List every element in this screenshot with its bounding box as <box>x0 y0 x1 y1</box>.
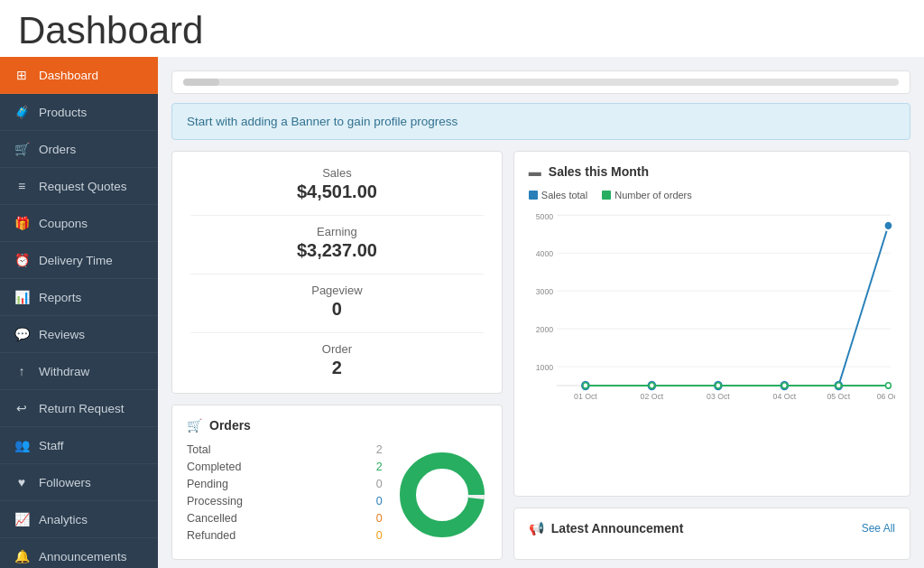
sidebar-item-staff[interactable]: 👥 Staff <box>0 427 158 464</box>
announcement-icon: 📢 <box>529 521 544 535</box>
svg-text:02 Oct: 02 Oct <box>640 391 663 400</box>
orders-row-label: Total <box>187 443 210 456</box>
sidebar-label-coupons: Coupons <box>39 217 88 230</box>
progress-bar-container <box>171 70 910 94</box>
sidebar-icon-products: 🧳 <box>14 104 30 120</box>
sidebar-item-products[interactable]: 🧳 Products <box>0 94 158 131</box>
sidebar-label-withdraw: Withdraw <box>39 365 89 378</box>
orders-row-label: Processing <box>187 495 243 507</box>
page-title: Dashboard <box>0 0 924 57</box>
orders-row-value: 2 <box>376 443 383 456</box>
pageview-value: 0 <box>190 299 484 320</box>
sidebar: ⊞ Dashboard 🧳 Products 🛒 Orders ≡ Reques… <box>0 57 158 568</box>
sidebar-label-reports: Reports <box>39 291 81 304</box>
orders-row-cancelled: Cancelled 0 <box>187 512 383 525</box>
orders-row-label: Refunded <box>187 529 236 542</box>
sidebar-label-products: Products <box>39 106 87 119</box>
announcement-title: Latest Announcement <box>551 521 684 535</box>
sidebar-label-reviews: Reviews <box>39 328 85 341</box>
sidebar-item-dashboard[interactable]: ⊞ Dashboard <box>0 57 158 94</box>
orders-content: Total 2 Completed 2 Pending 0 Processing… <box>187 443 487 546</box>
orders-row-processing: Processing 0 <box>187 495 383 507</box>
sidebar-item-return-request[interactable]: ↩ Return Request <box>0 390 158 427</box>
sidebar-icon-reports: 📊 <box>14 289 30 305</box>
earning-label: Earning <box>190 225 484 238</box>
sales-label: Sales <box>190 166 484 180</box>
orders-row-refunded: Refunded 0 <box>187 529 383 542</box>
svg-text:1000: 1000 <box>536 363 553 372</box>
sidebar-icon-withdraw: ↑ <box>14 363 30 379</box>
svg-text:06 Oct: 06 Oct <box>876 391 895 400</box>
announcement-header: 📢 Latest Announcement See All <box>529 521 895 535</box>
sidebar-item-followers[interactable]: ♥ Followers <box>0 464 158 501</box>
legend-sales-label: Sales total <box>541 190 587 200</box>
svg-point-25 <box>885 383 891 388</box>
sidebar-label-dashboard: Dashboard <box>39 69 98 82</box>
earning-value: $3,237.00 <box>190 240 484 261</box>
two-col-layout: Sales $4,501.00 Earning $3,237.00 Pagevi… <box>171 151 910 560</box>
svg-point-22 <box>716 383 721 388</box>
svg-text:04 Oct: 04 Oct <box>772 391 796 400</box>
svg-text:4000: 4000 <box>536 249 553 258</box>
sales-chart-title: Sales this Month <box>549 164 649 179</box>
orders-row-value: 0 <box>376 495 383 507</box>
sales-chart-card: ▬ Sales this Month Sales total Number of… <box>513 151 910 497</box>
see-all-button[interactable]: See All <box>862 522 895 535</box>
sidebar-icon-return-request: ↩ <box>14 400 30 416</box>
sidebar-label-request-quotes: Request Quotes <box>39 180 127 193</box>
orders-table: Total 2 Completed 2 Pending 0 Processing… <box>187 443 383 546</box>
order-value: 2 <box>190 358 484 378</box>
sidebar-icon-delivery-time: ⏰ <box>14 252 30 268</box>
sidebar-item-orders[interactable]: 🛒 Orders <box>0 131 158 168</box>
sidebar-item-reports[interactable]: 📊 Reports <box>0 279 158 316</box>
pageview-stat: Pageview 0 <box>190 284 484 320</box>
svg-point-21 <box>649 383 654 388</box>
sidebar-item-reviews[interactable]: 💬 Reviews <box>0 316 158 353</box>
orders-row-value: 2 <box>376 461 383 473</box>
sidebar-item-analytics[interactable]: 📈 Analytics <box>0 501 158 538</box>
svg-text:03 Oct: 03 Oct <box>707 391 730 400</box>
svg-point-20 <box>583 383 588 388</box>
legend-sales: Sales total <box>529 190 587 200</box>
sidebar-label-delivery-time: Delivery Time <box>39 254 113 267</box>
orders-row-total: Total 2 <box>187 443 383 456</box>
legend-dot-orders <box>602 191 611 200</box>
main-content: Start with adding a Banner to gain profi… <box>158 57 924 568</box>
sidebar-icon-followers: ♥ <box>14 474 30 490</box>
order-stat: Order 2 <box>190 342 484 378</box>
pageview-label: Pageview <box>190 284 484 297</box>
svg-text:5000: 5000 <box>536 211 553 220</box>
orders-row-value: 0 <box>376 478 383 490</box>
chart-legend: Sales total Number of orders <box>529 190 895 200</box>
sidebar-icon-announcements: 🔔 <box>14 548 30 564</box>
sidebar-label-return-request: Return Request <box>39 402 125 415</box>
sidebar-icon-reviews: 💬 <box>14 326 30 342</box>
sidebar-item-announcements[interactable]: 🔔 Announcements <box>0 538 158 568</box>
sidebar-icon-analytics: 📈 <box>14 511 30 527</box>
sales-chart-header: ▬ Sales this Month <box>529 164 895 179</box>
sidebar-label-orders: Orders <box>39 143 76 156</box>
orders-card-header: 🛒 Orders <box>187 418 487 433</box>
sidebar-item-withdraw[interactable]: ↑ Withdraw <box>0 353 158 390</box>
legend-orders-label: Number of orders <box>614 190 692 200</box>
orders-row-completed: Completed 2 <box>187 461 383 473</box>
svg-point-24 <box>836 383 841 388</box>
sidebar-icon-dashboard: ⊞ <box>14 67 30 83</box>
sales-value: $4,501.00 <box>190 182 484 202</box>
stats-card: Sales $4,501.00 Earning $3,237.00 Pagevi… <box>171 151 503 394</box>
orders-row-label: Completed <box>187 461 241 473</box>
sidebar-label-announcements: Announcements <box>39 550 127 563</box>
orders-row-label: Pending <box>187 478 228 490</box>
left-column: Sales $4,501.00 Earning $3,237.00 Pagevi… <box>171 151 503 560</box>
sidebar-item-request-quotes[interactable]: ≡ Request Quotes <box>0 168 158 205</box>
sidebar-item-delivery-time[interactable]: ⏰ Delivery Time <box>0 242 158 279</box>
cart-icon: 🛒 <box>187 418 202 433</box>
sidebar-item-coupons[interactable]: 🎁 Coupons <box>0 205 158 242</box>
chart-area: 5000 4000 3000 2000 1000 <box>529 208 895 406</box>
svg-text:05 Oct: 05 Oct <box>827 391 850 400</box>
earning-stat: Earning $3,237.00 <box>190 225 484 261</box>
order-label: Order <box>190 342 484 356</box>
announcement-card: 📢 Latest Announcement See All <box>513 507 910 560</box>
sidebar-icon-staff: 👥 <box>14 437 30 453</box>
svg-point-19 <box>883 221 892 230</box>
